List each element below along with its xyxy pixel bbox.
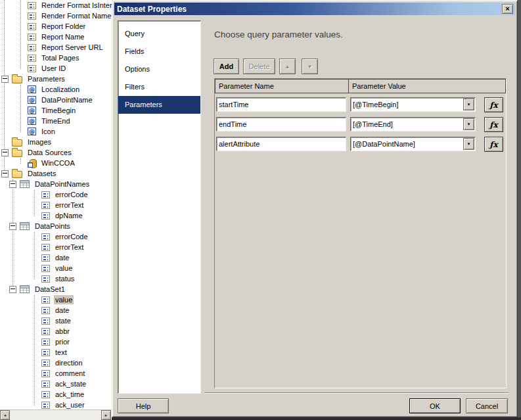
collapse-icon[interactable] [1,170,9,177]
parameter-icon: @ [28,96,36,104]
close-button[interactable]: × [502,4,513,14]
parameter-value-dropdown[interactable]: [@TimeEnd]▼ [350,117,476,131]
tree-item[interactable]: Report Server URL [0,42,112,53]
tree-item[interactable]: status [0,273,112,284]
tree-item[interactable]: date [0,305,112,315]
nav-item-filters[interactable]: Filters [118,78,200,96]
collapse-icon[interactable] [9,223,16,230]
dropdown-arrow-icon[interactable]: ▼ [463,99,474,110]
tree-item[interactable]: abbr [0,326,112,337]
tree-item[interactable]: Report Folder [0,21,112,32]
collapse-icon[interactable] [1,149,9,156]
tree-item[interactable]: date [0,252,112,263]
parameter-icon: @ [28,128,36,135]
tree-guide-line [34,190,35,216]
move-down-button[interactable]: ▼ [302,58,318,74]
nav-item-options[interactable]: Options [118,60,200,78]
column-header-parameter-name: Parameter Name [215,79,349,93]
tree-item[interactable]: errorText [0,242,112,252]
tree-item[interactable]: Datasets [0,168,112,179]
dropdown-arrow-icon[interactable]: ▼ [463,138,474,150]
ok-button[interactable]: OK [409,398,461,413]
dropdown-arrow-icon[interactable]: ▼ [463,118,474,130]
collapse-icon[interactable] [9,181,16,188]
page-heading: Choose query parameter values. [214,30,343,39]
tree-horizontal-scrollbar[interactable]: ◄ ► [0,409,111,420]
field-icon [41,328,50,335]
tree-item[interactable]: Total Pages [0,53,112,63]
parameter-name-input[interactable] [216,97,346,112]
tree-item-label: DataSet1 [34,285,66,294]
parameter-value-dropdown[interactable]: [@TimeBegin]▼ [350,97,476,112]
tree-item[interactable]: direction [0,358,112,368]
tree-item-label: TimeEnd [40,116,72,126]
tree-item[interactable]: @TimeEnd [0,116,112,126]
tree-item[interactable]: WinCCOA [0,158,112,168]
tree-item[interactable]: Render Format Name [0,11,112,21]
delete-button[interactable]: Delete [243,58,275,74]
add-button[interactable]: Add [214,58,239,74]
tree-item[interactable]: errorCode [0,189,112,200]
scroll-right-button[interactable]: ► [101,410,111,420]
parameter-name-input[interactable] [216,137,346,151]
tree-item[interactable]: ack_time [0,389,112,400]
tree-item-label: DataPointNames [34,179,91,189]
nav-item-query[interactable]: Query [118,25,200,43]
field-icon [41,191,50,198]
dataset-icon [20,285,30,293]
tree-item[interactable]: ack_user [0,400,112,410]
help-button[interactable]: Help [118,398,169,413]
tree-item[interactable]: @DataPointName [0,95,112,105]
tree-item[interactable]: Data Sources [0,147,112,158]
scroll-left-button[interactable]: ◄ [0,410,10,420]
tree-item[interactable]: Render Format IsInter [0,0,112,11]
tree-item-label: errorText [54,200,85,210]
nav-item-fields[interactable]: Fields [118,43,200,60]
param-toolbar: Add Delete ▲ ▼ [214,58,325,74]
tree-item[interactable]: ack_state [0,379,112,389]
tree-item-label: DataPoints [34,222,72,231]
cancel-button[interactable]: Cancel [466,398,508,413]
collapse-icon[interactable] [1,76,9,83]
tree-item[interactable]: DataSet1 [0,284,112,294]
tree-item[interactable]: Report Name [0,32,112,42]
tree-guide-line [34,295,35,406]
tree-item[interactable]: errorCode [0,231,112,242]
tree-item[interactable]: @Icon [0,126,112,137]
tree-item[interactable]: DataPoints [0,221,112,231]
tree-item[interactable]: User ID [0,63,112,74]
tree-item[interactable]: Parameters [0,74,112,84]
expression-fx-button[interactable]: ƒx [484,137,503,152]
field-icon [41,212,50,220]
expression-fx-button[interactable]: ƒx [484,117,503,132]
field-icon [41,338,50,346]
parameter-row: [@DataPointName]▼ƒx [215,137,506,152]
close-icon: × [505,5,509,12]
tree-item[interactable]: DataPointNames [0,179,112,189]
collapse-icon[interactable] [9,286,16,293]
tree-item[interactable]: @Localization [0,84,112,95]
scrollbar-track[interactable] [10,410,101,420]
tree-item[interactable]: errorText [0,200,112,210]
tree-guide-line [34,232,35,279]
parameter-name-input[interactable] [216,117,346,131]
nav-item-parameters[interactable]: Parameters [118,96,200,114]
tree-item[interactable]: value [0,263,112,273]
tree-item[interactable]: comment [0,368,112,379]
dropdown-selected-value: [@TimeEnd] [351,120,463,128]
tree-item-label: prior [54,337,71,346]
dialog-titlebar[interactable]: Dataset Properties × [114,3,515,15]
tree-item[interactable]: prior [0,337,112,347]
tree-item[interactable]: Images [0,137,112,147]
tree-item-label: ack_user [54,400,86,409]
field-icon [41,307,50,314]
tree-item[interactable]: state [0,315,112,326]
tree-item[interactable]: text [0,347,112,358]
tree-item[interactable]: value [0,294,112,305]
tree-item[interactable]: dpName [0,210,112,221]
parameter-value-dropdown[interactable]: [@DataPointName]▼ [350,137,476,151]
expression-fx-button[interactable]: ƒx [484,97,503,112]
move-up-button[interactable]: ▲ [279,58,296,74]
parameter-row: [@TimeBegin]▼ƒx [215,97,506,113]
tree-item[interactable]: @TimeBegin [0,105,112,116]
